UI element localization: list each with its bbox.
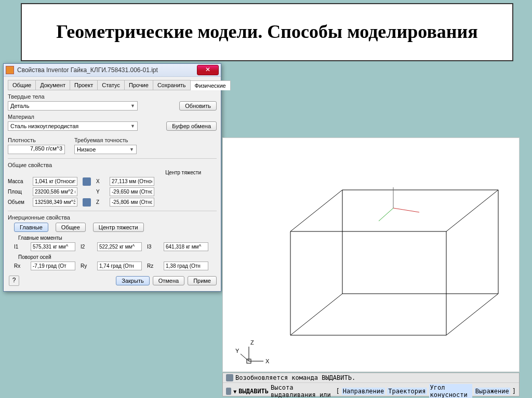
rx-label: Rx bbox=[14, 263, 28, 269]
svg-line-7 bbox=[379, 208, 393, 221]
solids-select[interactable]: Деталь▼ bbox=[8, 101, 138, 111]
dialog-footer: ? Закрыть Отмена Приме bbox=[8, 276, 217, 286]
axis-z-label: Z bbox=[250, 339, 254, 346]
rz-label: Rz bbox=[147, 263, 161, 269]
wrench-icon[interactable] bbox=[226, 388, 231, 395]
i1-field[interactable] bbox=[31, 242, 75, 251]
inertia-main-button[interactable]: Главные bbox=[14, 223, 48, 232]
inertia-label: Инерционные свойства bbox=[8, 214, 217, 221]
z-label: Z bbox=[96, 199, 107, 205]
app-icon bbox=[6, 66, 14, 74]
svg-marker-0 bbox=[290, 294, 498, 335]
moments-grid: I1 I2 I3 bbox=[14, 242, 217, 251]
rotation-label: Поворот осей bbox=[18, 254, 217, 260]
inertia-global-button[interactable]: Общее bbox=[56, 223, 86, 232]
centroid-y-field[interactable] bbox=[110, 187, 154, 196]
help-button[interactable]: ? bbox=[9, 276, 19, 286]
volume-field[interactable] bbox=[33, 198, 77, 207]
inertia-centroid-button[interactable]: Центр тяжести bbox=[93, 223, 144, 232]
tab-save[interactable]: Сохранить bbox=[153, 80, 191, 90]
opt-direction[interactable]: Направление bbox=[342, 388, 385, 395]
material-select[interactable]: Сталь низкоуглеродистая▼ bbox=[8, 121, 138, 131]
svg-marker-1 bbox=[290, 190, 498, 231]
command-keyword: ВЫДАВИТЬ bbox=[238, 388, 269, 395]
command-bracket-open: [ bbox=[336, 388, 340, 395]
slide-title-frame: Геометрические модели. Способы моделиров… bbox=[21, 3, 513, 61]
command-history-line: Возобновляется команда ВЫДАВИТЬ. bbox=[223, 373, 519, 383]
chevron-down-icon: ▼ bbox=[130, 103, 135, 108]
precision-select[interactable]: Низкое▼ bbox=[74, 145, 137, 154]
opt-taper[interactable]: Угол конусности bbox=[429, 384, 472, 398]
mass-label: Масса bbox=[8, 179, 30, 184]
centroid-z-field[interactable] bbox=[110, 198, 154, 207]
chevron-down-icon: ▼ bbox=[130, 123, 135, 129]
i1-label: I1 bbox=[14, 244, 28, 250]
rz-field[interactable] bbox=[164, 262, 208, 270]
i2-label: I2 bbox=[81, 244, 94, 250]
opt-path[interactable]: Траектория bbox=[387, 388, 427, 395]
solids-label: Твердые тела bbox=[8, 93, 217, 100]
close-button[interactable]: ✕ bbox=[197, 65, 219, 75]
mass-field[interactable] bbox=[33, 177, 77, 186]
ry-field[interactable] bbox=[97, 262, 142, 270]
area-label: Площ bbox=[8, 189, 30, 195]
command-bracket-close: ] bbox=[512, 388, 516, 395]
precision-value: Низкое bbox=[77, 146, 96, 153]
ry-label: Ry bbox=[81, 263, 94, 269]
rotation-grid: Rx Ry Rz bbox=[14, 262, 217, 270]
rx-field[interactable] bbox=[31, 262, 75, 270]
dialog-title: Свойства Inventor Гайка_КЛГИ.758431.006-… bbox=[17, 66, 197, 74]
svg-line-10 bbox=[241, 354, 249, 361]
opt-expression[interactable]: Выражение bbox=[474, 388, 510, 395]
clipboard-button[interactable]: Буфер обмена bbox=[166, 121, 217, 131]
tab-status[interactable]: Статус bbox=[97, 80, 125, 90]
tab-project[interactable]: Проект bbox=[70, 80, 98, 90]
solids-value: Деталь bbox=[10, 103, 29, 109]
chevron-down-icon: ▼ bbox=[129, 147, 134, 152]
update-button[interactable]: Обновить bbox=[179, 101, 217, 111]
i2-field[interactable] bbox=[97, 242, 142, 251]
close-history-icon[interactable] bbox=[226, 374, 233, 381]
tab-physical[interactable]: Физические bbox=[190, 80, 231, 90]
x-label: X bbox=[96, 179, 107, 184]
material-label: Материал bbox=[8, 114, 217, 120]
chevron-down-icon[interactable]: ▼ bbox=[233, 389, 236, 394]
tab-document[interactable]: Документ bbox=[35, 80, 70, 90]
cancel-button[interactable]: Отмена bbox=[153, 276, 184, 285]
command-resume-text: Возобновляется команда ВЫДАВИТЬ. bbox=[235, 374, 355, 381]
general-properties-grid: Масса X Площ Y Объем Z bbox=[8, 177, 217, 207]
command-area: Возобновляется команда ВЫДАВИТЬ. ▼ ВЫДАВ… bbox=[222, 373, 520, 396]
i3-label: I3 bbox=[147, 244, 161, 250]
volume-label: Объем bbox=[8, 199, 30, 205]
centroid-x-field[interactable] bbox=[110, 177, 154, 186]
centroid-header: Центр тяжести bbox=[8, 170, 201, 175]
area-field[interactable] bbox=[33, 187, 77, 196]
axis-y-label: Y bbox=[235, 348, 240, 354]
general-props-label: Общие свойства bbox=[8, 162, 217, 168]
tab-general[interactable]: Общие bbox=[8, 80, 36, 90]
apply-button[interactable]: Приме bbox=[188, 276, 217, 285]
command-input-line[interactable]: ▼ ВЫДАВИТЬ Высота выдавливания или [ Нап… bbox=[223, 383, 519, 398]
tab-bar: Общие Документ Проект Статус Прочие Сохр… bbox=[8, 80, 217, 90]
svg-line-6 bbox=[393, 208, 419, 212]
command-prompt: Высота выдавливания или bbox=[271, 384, 334, 398]
precision-label: Требуемая точность bbox=[74, 137, 137, 143]
tab-other[interactable]: Прочие bbox=[124, 80, 153, 90]
volume-icon[interactable] bbox=[83, 198, 91, 207]
dialog-body: Общие Документ Проект Статус Прочие Сохр… bbox=[4, 77, 221, 291]
close-dialog-button[interactable]: Закрыть bbox=[116, 276, 149, 285]
y-label: Y bbox=[96, 189, 107, 195]
axis-x-label: X bbox=[265, 358, 270, 364]
material-value: Сталь низкоуглеродистая bbox=[10, 123, 78, 129]
mass-icon[interactable] bbox=[83, 177, 91, 186]
density-label: Плотность bbox=[8, 137, 70, 143]
dialog-titlebar[interactable]: Свойства Inventor Гайка_КЛГИ.758431.006-… bbox=[4, 64, 221, 77]
i3-field[interactable] bbox=[164, 242, 208, 251]
moments-label: Главные моменты bbox=[18, 235, 217, 241]
3d-viewport[interactable]: X Y Z bbox=[222, 138, 520, 372]
properties-dialog: Свойства Inventor Гайка_КЛГИ.758431.006-… bbox=[3, 63, 221, 292]
density-value: 7,850 г/см^3 bbox=[8, 145, 65, 154]
slide-title: Геометрические модели. Способы моделиров… bbox=[56, 21, 478, 43]
